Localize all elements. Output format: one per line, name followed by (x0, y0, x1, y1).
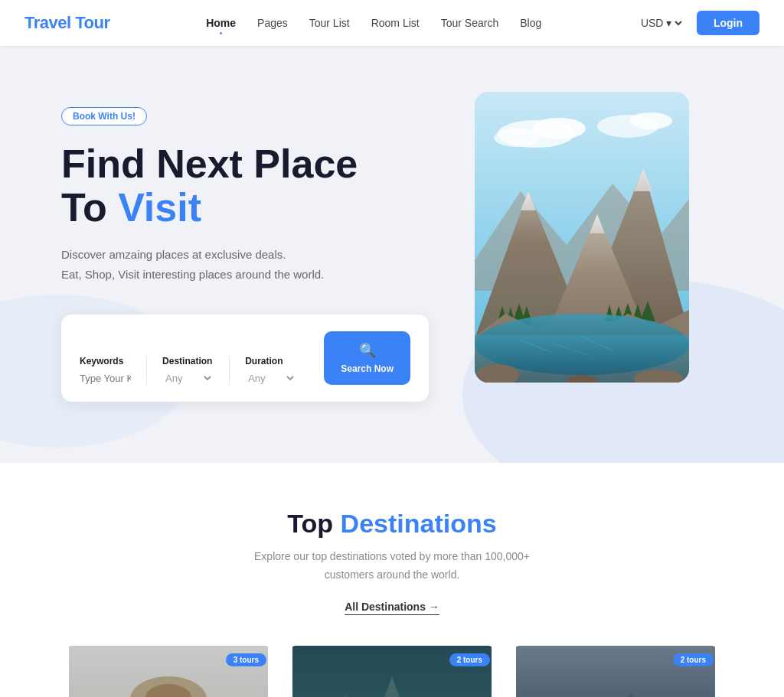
duration-label: Duration (245, 356, 296, 366)
keywords-field: Keywords (80, 356, 147, 385)
search-icon: 🔍 (359, 342, 376, 359)
card-badge-south-africa: 2 tours (449, 653, 490, 666)
svg-point-3 (494, 129, 540, 147)
hero-image-svg (475, 92, 689, 383)
login-button[interactable]: Login (697, 11, 760, 35)
destination-card-western-europe[interactable]: 3 tours Western Europe (63, 646, 274, 697)
destination-field: Destination Any Europe Africa Asia (147, 356, 230, 385)
destination-card-scandinavia[interactable]: 2 tours Scandinavia (510, 646, 721, 697)
logo: Travel Tour (24, 13, 109, 33)
navbar: Travel Tour Home Pages Tour List Room Li… (0, 0, 784, 46)
duration-select[interactable]: Any 1-3 days 4-7 days 8-14 days (245, 372, 296, 385)
keywords-label: Keywords (80, 356, 131, 366)
card-badge-western-europe: 3 tours (226, 653, 266, 666)
destinations-grid: 3 tours Western Europe (63, 646, 721, 697)
hero-title-line2-blue: Visit (118, 185, 201, 230)
logo-text-black: Travel (24, 13, 75, 32)
hero-desc-line1: Discover amzaing places at exclusive dea… (61, 248, 286, 261)
duration-field: Duration Any 1-3 days 4-7 days 8-14 days (230, 356, 312, 385)
nav-item-pages[interactable]: Pages (257, 16, 288, 30)
nav-right: USD ▾ EUR ▾ GBP ▾ Login (638, 11, 760, 35)
section-title: Top Destinations (61, 509, 723, 539)
section-desc-line2: customers around the world. (325, 568, 460, 581)
hero-title-line2-black: To (61, 185, 118, 230)
svg-point-5 (629, 112, 672, 129)
card-badge-scandinavia: 2 tours (673, 653, 714, 666)
search-button[interactable]: 🔍 Search Now (324, 331, 410, 385)
destination-label: Destination (162, 356, 214, 366)
section-desc-line1: Explore our top destinations voted by mo… (254, 550, 530, 562)
destination-select[interactable]: Any Europe Africa Asia (162, 372, 214, 385)
keywords-input[interactable] (80, 373, 131, 384)
nav-item-room-list[interactable]: Room List (371, 16, 420, 30)
nav-item-tour-list[interactable]: Tour List (309, 16, 350, 30)
search-button-label: Search Now (341, 363, 394, 374)
nav-item-blog[interactable]: Blog (520, 16, 541, 30)
currency-select[interactable]: USD ▾ EUR ▾ GBP ▾ (638, 16, 684, 30)
hero-title-line1: Find Next Place (61, 142, 358, 186)
nav-links: Home Pages Tour List Room List Tour Sear… (206, 16, 541, 30)
hero-badge: Book With Us! (61, 107, 147, 125)
search-box: Keywords Destination Any Europe Africa A… (61, 314, 429, 402)
nav-item-home[interactable]: Home (206, 16, 236, 30)
destination-card-south-africa[interactable]: 2 tours South Africa (286, 646, 498, 697)
section-title-blue: Destinations (341, 509, 497, 538)
destinations-section: Top Destinations Explore our top destina… (0, 463, 784, 697)
hero-desc-line2: Eat, Shop, Visit interesting places arou… (61, 268, 324, 281)
hero-description: Discover amzaing places at exclusive dea… (61, 245, 429, 284)
svg-point-2 (532, 118, 586, 139)
logo-text-blue: Tour (75, 13, 109, 32)
hero-image (475, 92, 689, 383)
all-destinations-link[interactable]: All Destinations → (345, 601, 439, 615)
section-title-black: Top (287, 509, 340, 538)
hero-content: Book With Us! Find Next Place To Visit D… (61, 92, 429, 402)
hero-title: Find Next Place To Visit (61, 142, 429, 230)
section-description: Explore our top destinations voted by mo… (61, 548, 723, 585)
hero-section: Book With Us! Find Next Place To Visit D… (0, 46, 784, 463)
nav-item-tour-search[interactable]: Tour Search (441, 16, 498, 30)
hero-image-container (475, 92, 704, 383)
